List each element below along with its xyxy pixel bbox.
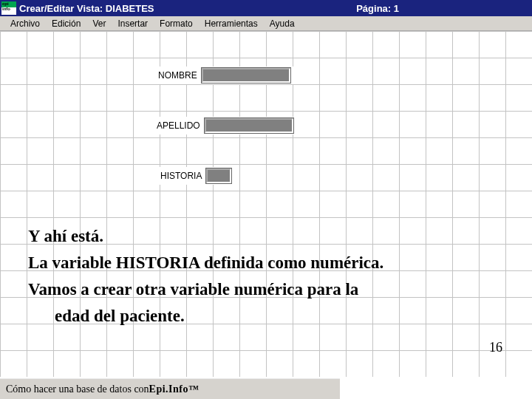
title-bar: Crear/Editar Vista: DIABETES Página: 1: [0, 0, 532, 16]
footer-caption: Cómo hacer una base de datos con Epi.Inf…: [0, 378, 340, 399]
field-nombre-label: NOMBRE: [157, 70, 199, 81]
page-indicator: Página: 1: [356, 3, 532, 14]
footer-prefix: Cómo hacer una base de datos con: [6, 383, 149, 395]
menu-edicion[interactable]: Edición: [46, 17, 86, 30]
field-nombre-input[interactable]: [202, 68, 290, 83]
field-historia-input[interactable]: [206, 168, 231, 183]
field-nombre[interactable]: NOMBRE: [154, 66, 293, 84]
footer-product: Epi.Info™: [149, 383, 200, 395]
app-logo-icon: [1, 1, 16, 15]
tutorial-line-3b: edad del paciente.: [28, 303, 516, 330]
menu-herramientas[interactable]: Herramientas: [199, 17, 264, 30]
field-apellido[interactable]: APELLIDO: [152, 117, 296, 134]
tutorial-line-3a: Vamos a crear otra variable numérica par…: [28, 276, 516, 303]
field-apellido-label: APELLIDO: [155, 120, 202, 131]
field-apellido-input[interactable]: [205, 118, 293, 133]
menu-bar: Archivo Edición Ver Insertar Formato Her…: [0, 16, 532, 31]
field-historia[interactable]: HISTORIA: [156, 167, 234, 185]
tutorial-line-1: Y ahí está.: [28, 223, 516, 250]
window-title: Crear/Editar Vista: DIABETES: [19, 3, 154, 14]
tutorial-text: Y ahí está. La variable HISTORIA definid…: [28, 223, 516, 330]
slide-number: 16: [489, 340, 502, 355]
menu-insertar[interactable]: Insertar: [112, 17, 154, 30]
menu-formato[interactable]: Formato: [154, 17, 199, 30]
menu-archivo[interactable]: Archivo: [4, 17, 46, 30]
field-historia-label: HISTORIA: [159, 171, 203, 181]
tutorial-line-2: La variable HISTORIA definida como numér…: [28, 250, 516, 276]
menu-ver[interactable]: Ver: [86, 17, 112, 30]
menu-ayuda[interactable]: Ayuda: [264, 17, 301, 30]
